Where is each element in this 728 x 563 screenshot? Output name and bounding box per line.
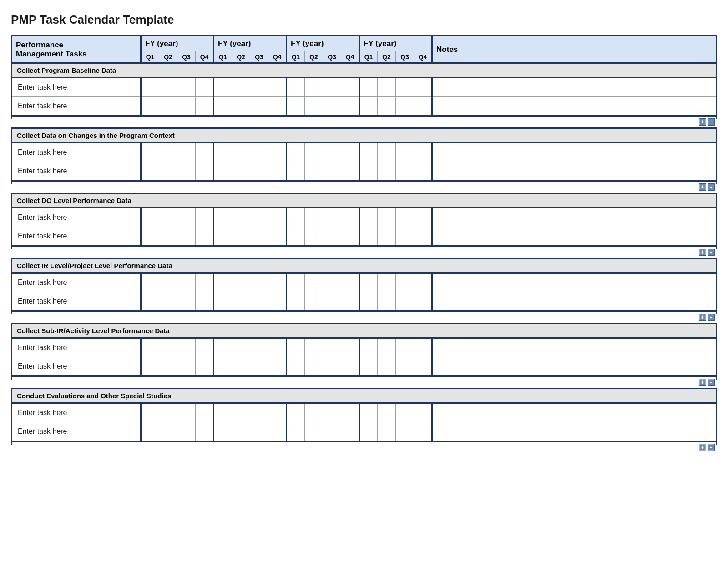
q-cell[interactable] <box>287 162 305 181</box>
q-cell[interactable] <box>232 97 250 116</box>
q-cell[interactable] <box>378 208 396 227</box>
q-cell[interactable] <box>378 227 396 246</box>
q-cell[interactable] <box>268 357 287 376</box>
q-cell[interactable] <box>141 292 159 311</box>
q-cell[interactable] <box>378 292 396 311</box>
remove-row-button[interactable]: - <box>708 118 715 126</box>
q-cell[interactable] <box>378 403 396 422</box>
q-cell[interactable] <box>359 403 378 422</box>
notes-cell[interactable] <box>432 143 717 162</box>
q-cell[interactable] <box>250 227 268 246</box>
q-cell[interactable] <box>196 338 214 357</box>
q-cell[interactable] <box>141 143 159 162</box>
q-cell[interactable] <box>414 403 432 422</box>
task-cell[interactable]: Enter task here <box>12 357 141 376</box>
q-cell[interactable] <box>341 78 359 97</box>
q-cell[interactable] <box>323 143 341 162</box>
q-cell[interactable] <box>196 403 214 422</box>
q-cell[interactable] <box>141 208 159 227</box>
q-cell[interactable] <box>396 403 414 422</box>
q-cell[interactable] <box>177 227 196 246</box>
q-cell[interactable] <box>141 227 159 246</box>
q-cell[interactable] <box>250 357 268 376</box>
q-cell[interactable] <box>177 403 196 422</box>
q-cell[interactable] <box>196 422 214 441</box>
q-cell[interactable] <box>250 292 268 311</box>
q-cell[interactable] <box>196 273 214 292</box>
task-cell[interactable]: Enter task here <box>12 162 141 181</box>
q-cell[interactable] <box>341 97 359 116</box>
q-cell[interactable] <box>378 162 396 181</box>
q-cell[interactable] <box>323 357 341 376</box>
q-cell[interactable] <box>250 208 268 227</box>
q-cell[interactable] <box>378 97 396 116</box>
q-cell[interactable] <box>305 292 323 311</box>
q-cell[interactable] <box>305 338 323 357</box>
q-cell[interactable] <box>287 338 305 357</box>
q-cell[interactable] <box>287 403 305 422</box>
q-cell[interactable] <box>196 143 214 162</box>
q-cell[interactable] <box>159 143 177 162</box>
task-cell[interactable]: Enter task here <box>12 273 141 292</box>
q-cell[interactable] <box>268 422 287 441</box>
q-cell[interactable] <box>196 208 214 227</box>
q-cell[interactable] <box>323 292 341 311</box>
q-cell[interactable] <box>287 422 305 441</box>
q-cell[interactable] <box>359 143 378 162</box>
q-cell[interactable] <box>232 162 250 181</box>
q-cell[interactable] <box>414 292 432 311</box>
q-cell[interactable] <box>159 357 177 376</box>
q-cell[interactable] <box>232 227 250 246</box>
q-cell[interactable] <box>414 338 432 357</box>
q-cell[interactable] <box>141 403 159 422</box>
q-cell[interactable] <box>159 208 177 227</box>
q-cell[interactable] <box>323 208 341 227</box>
add-row-button[interactable]: + <box>699 379 706 386</box>
add-row-button[interactable]: + <box>699 183 706 191</box>
q-cell[interactable] <box>141 422 159 441</box>
q-cell[interactable] <box>378 422 396 441</box>
q-cell[interactable] <box>305 403 323 422</box>
task-cell[interactable]: Enter task here <box>12 97 141 116</box>
q-cell[interactable] <box>396 143 414 162</box>
q-cell[interactable] <box>323 97 341 116</box>
notes-cell[interactable] <box>432 273 717 292</box>
q-cell[interactable] <box>214 292 232 311</box>
q-cell[interactable] <box>232 78 250 97</box>
q-cell[interactable] <box>214 403 232 422</box>
task-cell[interactable]: Enter task here <box>12 422 141 441</box>
q-cell[interactable] <box>378 273 396 292</box>
task-cell[interactable]: Enter task here <box>12 78 141 97</box>
q-cell[interactable] <box>323 227 341 246</box>
q-cell[interactable] <box>268 143 287 162</box>
q-cell[interactable] <box>341 357 359 376</box>
q-cell[interactable] <box>141 78 159 97</box>
q-cell[interactable] <box>214 78 232 97</box>
q-cell[interactable] <box>196 227 214 246</box>
q-cell[interactable] <box>305 357 323 376</box>
notes-cell[interactable] <box>432 338 717 357</box>
q-cell[interactable] <box>141 338 159 357</box>
q-cell[interactable] <box>250 422 268 441</box>
notes-cell[interactable] <box>432 78 717 97</box>
q-cell[interactable] <box>359 162 378 181</box>
remove-row-button[interactable]: - <box>708 183 715 191</box>
q-cell[interactable] <box>159 338 177 357</box>
q-cell[interactable] <box>141 273 159 292</box>
q-cell[interactable] <box>214 227 232 246</box>
q-cell[interactable] <box>268 273 287 292</box>
q-cell[interactable] <box>287 292 305 311</box>
q-cell[interactable] <box>341 273 359 292</box>
add-row-button[interactable]: + <box>699 314 706 321</box>
q-cell[interactable] <box>359 208 378 227</box>
q-cell[interactable] <box>177 208 196 227</box>
q-cell[interactable] <box>378 357 396 376</box>
q-cell[interactable] <box>323 338 341 357</box>
q-cell[interactable] <box>250 273 268 292</box>
q-cell[interactable] <box>287 208 305 227</box>
q-cell[interactable] <box>177 273 196 292</box>
q-cell[interactable] <box>141 357 159 376</box>
q-cell[interactable] <box>232 273 250 292</box>
q-cell[interactable] <box>414 78 432 97</box>
q-cell[interactable] <box>341 292 359 311</box>
